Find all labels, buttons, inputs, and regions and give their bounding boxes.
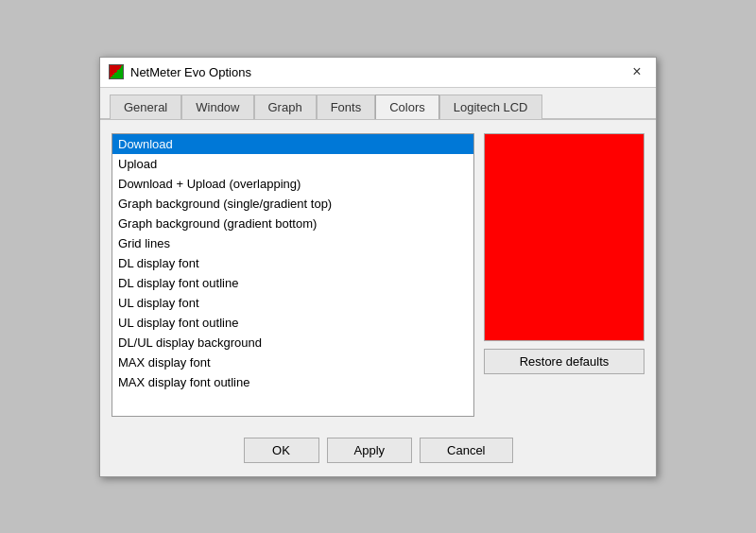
list-item-ul_display_font[interactable]: UL display font — [112, 293, 473, 313]
app-icon — [108, 63, 125, 80]
color-list-scroll[interactable]: DownloadUploadDownload + Upload (overlap… — [112, 134, 473, 416]
close-button[interactable]: × — [626, 60, 648, 83]
color-preview — [484, 133, 644, 341]
tab-fonts[interactable]: Fonts — [317, 95, 376, 119]
list-item-dl_display_font[interactable]: DL display font — [112, 253, 473, 273]
tab-window[interactable]: Window — [181, 95, 253, 119]
tab-graph[interactable]: Graph — [254, 95, 317, 119]
list-item-max_display_font[interactable]: MAX display font — [112, 352, 473, 372]
list-item-max_display_font_outline[interactable]: MAX display font outline — [112, 372, 473, 392]
list-item-grid_lines[interactable]: Grid lines — [112, 233, 473, 253]
main-row: DownloadUploadDownload + Upload (overlap… — [112, 133, 644, 417]
title-bar-left: NetMeter Evo Options — [108, 63, 251, 80]
list-item-graph_bg_single[interactable]: Graph background (single/gradient top) — [112, 194, 473, 214]
apply-button[interactable]: Apply — [327, 438, 413, 463]
ok-button[interactable]: OK — [244, 438, 319, 463]
restore-defaults-button[interactable]: Restore defaults — [484, 349, 644, 374]
content-area: DownloadUploadDownload + Upload (overlap… — [100, 120, 656, 426]
color-list-container: DownloadUploadDownload + Upload (overlap… — [112, 133, 474, 417]
tab-general[interactable]: General — [110, 95, 181, 119]
list-item-graph_bg_gradient[interactable]: Graph background (gradient bottom) — [112, 214, 473, 233]
right-panel: Restore defaults — [484, 133, 644, 417]
bottom-bar: OK Apply Cancel — [100, 426, 656, 476]
list-item-download[interactable]: Download — [112, 134, 473, 154]
tab-colors[interactable]: Colors — [375, 95, 439, 119]
title-bar: NetMeter Evo Options × — [100, 58, 656, 88]
list-item-upload[interactable]: Upload — [112, 154, 473, 174]
list-item-dlul_display_bg[interactable]: DL/UL display background — [112, 333, 473, 352]
main-window: NetMeter Evo Options × General Window Gr… — [99, 57, 657, 477]
window-title: NetMeter Evo Options — [130, 65, 251, 79]
cancel-button[interactable]: Cancel — [420, 438, 512, 463]
list-item-ul_display_font_outline[interactable]: UL display font outline — [112, 313, 473, 333]
tab-logitech[interactable]: Logitech LCD — [439, 95, 542, 119]
list-item-dl_ul_overlap[interactable]: Download + Upload (overlapping) — [112, 174, 473, 194]
list-item-dl_display_font_outline[interactable]: DL display font outline — [112, 273, 473, 293]
tabs-bar: General Window Graph Fonts Colors Logite… — [100, 88, 656, 120]
